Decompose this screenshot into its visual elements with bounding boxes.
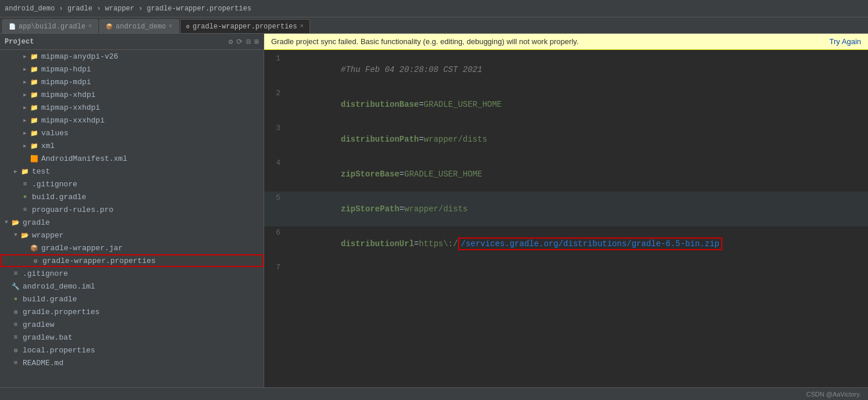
folder-icon: 📁 xyxy=(29,53,39,60)
sidebar-item-androidmanifest[interactable]: 🟧 AndroidManifest.xml xyxy=(0,152,264,165)
arrow-mipmap-xxxhdpi xyxy=(21,117,29,124)
file-icon: ≡ xyxy=(10,334,21,341)
sidebar-item-readme[interactable]: ≡ README.md xyxy=(0,356,264,369)
line-number-4: 4 xyxy=(264,157,287,169)
xml-icon: 🟧 xyxy=(29,155,39,163)
label-mipmap-mdpi: mipmap-mdpi xyxy=(41,78,91,87)
tab-app-build[interactable]: 📄 app\build.gradle × xyxy=(2,19,98,33)
comment-line1: #Thu Feb 04 20:28:08 CST 2021 xyxy=(341,65,482,74)
punct-4: = xyxy=(399,170,404,179)
label-mipmap-anydpi-v26: mipmap-anydpi-v26 xyxy=(41,52,118,61)
sidebar-item-gradle-properties[interactable]: ⚙ gradle.properties xyxy=(0,305,264,318)
sidebar-item-gradlew-bat[interactable]: ≡ gradlew.bat xyxy=(0,331,264,344)
sidebar-item-xml[interactable]: 📁 xml xyxy=(0,139,264,152)
gradle-icon: ● xyxy=(10,296,21,302)
sidebar-item-mipmap-xxxhdpi[interactable]: 📁 mipmap-xxxhdpi xyxy=(0,114,264,127)
label-values: values xyxy=(41,129,69,138)
value-3: wrapper/dists xyxy=(424,135,487,144)
label-gitignore-app: .gitignore xyxy=(32,180,77,189)
sidebar-item-build-gradle-root[interactable]: ● build.gradle xyxy=(0,293,264,305)
label-local-properties: local.properties xyxy=(23,346,95,355)
sidebar-item-local-properties[interactable]: ⚙ local.properties xyxy=(0,344,264,356)
label-android-demo-iml: android_demo.iml xyxy=(23,282,95,291)
label-mipmap-xhdpi: mipmap-xhdpi xyxy=(41,91,96,99)
folder-icon: 📁 xyxy=(29,91,39,99)
label-mipmap-xxhdpi: mipmap-xxhdpi xyxy=(41,103,100,112)
tab-android-demo[interactable]: 📦 android_demo × xyxy=(99,19,178,33)
label-build-gradle-root: build.gradle xyxy=(23,295,77,304)
folder-icon: 📁 xyxy=(29,66,39,73)
key-5: zipStorePath xyxy=(341,204,399,214)
line-content-5: zipStorePath=wrapper/dists xyxy=(287,192,868,226)
line-number-5: 5 xyxy=(264,192,287,204)
sidebar-item-mipmap-hdpi[interactable]: 📁 mipmap-hdpi xyxy=(0,63,264,75)
code-line-6: 6 distributionUrl=https\://services.grad… xyxy=(264,226,868,261)
arrow-gradle-root xyxy=(2,219,10,225)
label-gradle-wrapper-jar: gradle-wrapper.jar xyxy=(41,244,123,253)
sidebar-item-gradlew[interactable]: ≡ gradlew xyxy=(0,318,264,331)
label-mipmap-hdpi: mipmap-hdpi xyxy=(41,65,91,74)
folder-icon: 📁 xyxy=(29,117,39,124)
sidebar-item-mipmap-anydpi-v26[interactable]: 📁 mipmap-anydpi-v26 xyxy=(0,50,264,63)
tab-label-android-demo: android_demo xyxy=(116,23,165,31)
tab-close-app-build[interactable]: × xyxy=(88,23,92,30)
sidebar-item-gitignore-root[interactable]: ≡ .gitignore xyxy=(0,267,264,280)
sidebar-item-gradle-wrapper-props[interactable]: ⚙ gradle-wrapper.properties xyxy=(0,254,264,267)
editor-area: Gradle project sync failed. Basic functi… xyxy=(264,34,868,387)
folder-icon: 📁 xyxy=(20,168,30,175)
line-content-4: zipStoreBase=GRADLE_USER_HOME xyxy=(287,157,868,192)
line-number-3: 3 xyxy=(264,122,287,134)
line-content-6: distributionUrl=https\://services.gradle… xyxy=(287,226,868,261)
code-line-1: 1 #Thu Feb 04 20:28:08 CST 2021 xyxy=(264,52,868,87)
sidebar-item-mipmap-xhdpi[interactable]: 📁 mipmap-xhdpi xyxy=(0,88,264,101)
line-number-7: 7 xyxy=(264,262,287,273)
try-again-link[interactable]: Try Again xyxy=(830,37,861,46)
gear-icon[interactable]: ⚙ xyxy=(229,37,233,46)
line-number-1: 1 xyxy=(264,53,287,64)
tab-close-android-demo[interactable]: × xyxy=(169,23,172,30)
collapse-icon[interactable]: ⊟ xyxy=(246,37,251,46)
sidebar-toolbar: ⚙ ⟳ ⊟ ⊞ xyxy=(229,37,259,46)
warning-banner: Gradle project sync failed. Basic functi… xyxy=(264,34,868,50)
folder-icon: 📁 xyxy=(29,78,39,86)
arrow-wrapper xyxy=(12,232,20,238)
sidebar-item-proguard[interactable]: ≡ proguard-rules.pro xyxy=(0,203,264,216)
sidebar-item-build-gradle-app[interactable]: ● build.gradle xyxy=(0,190,264,203)
sidebar-item-mipmap-xxhdpi[interactable]: 📁 mipmap-xxhdpi xyxy=(0,101,264,114)
url-highlighted-value: /services.gradle.org/distributions/gradl… xyxy=(458,237,722,250)
tab-close-gradle-wrapper[interactable]: × xyxy=(300,23,304,30)
arrow-xml xyxy=(21,143,29,149)
file-icon: ≡ xyxy=(10,270,21,277)
folder-icon: 📁 xyxy=(29,129,39,137)
value-url-prefix: https\:/ xyxy=(419,239,458,248)
sidebar-item-mipmap-mdpi[interactable]: 📁 mipmap-mdpi xyxy=(0,75,264,88)
sidebar-item-android-demo-iml[interactable]: 🔧 android_demo.iml xyxy=(0,280,264,293)
folder-icon: 📁 xyxy=(29,142,39,150)
file-icon: ≡ xyxy=(10,321,21,328)
tabs-bar: 📄 app\build.gradle × 📦 android_demo × ⚙ … xyxy=(0,17,868,34)
code-line-4: 4 zipStoreBase=GRADLE_USER_HOME xyxy=(264,157,868,192)
sidebar-item-gradle-root[interactable]: 📂 gradle xyxy=(0,216,264,229)
code-line-3: 3 distributionPath=wrapper/dists xyxy=(264,122,868,157)
sidebar-item-test[interactable]: 📁 test xyxy=(0,165,264,178)
expand-icon[interactable]: ⊞ xyxy=(254,37,259,46)
folder-open-icon: 📂 xyxy=(10,219,21,226)
properties-icon: ⚙ xyxy=(30,257,41,265)
sync-icon[interactable]: ⟳ xyxy=(236,37,243,46)
tab-gradle-wrapper[interactable]: ⚙ gradle-wrapper.properties × xyxy=(180,19,310,33)
sidebar-item-gitignore-app[interactable]: ≡ .gitignore xyxy=(0,178,264,190)
label-gradle-root: gradle xyxy=(23,218,50,227)
sidebar-item-gradle-wrapper-jar[interactable]: 📦 gradle-wrapper.jar xyxy=(0,242,264,254)
tab-label-gradle-wrapper: gradle-wrapper.properties xyxy=(193,23,297,31)
file-icon: ≡ xyxy=(20,181,30,188)
sidebar: Project ⚙ ⟳ ⊟ ⊞ 📁 mipmap-anydpi-v26 📁 mi… xyxy=(0,34,264,387)
label-gitignore-root: .gitignore xyxy=(23,269,68,278)
sidebar-item-wrapper[interactable]: 📂 wrapper xyxy=(0,229,264,242)
watermark: CSDN @AaVictory. xyxy=(806,391,861,398)
line-content-1: #Thu Feb 04 20:28:08 CST 2021 xyxy=(287,52,868,87)
top-bar: android_demo › gradle › wrapper › gradle… xyxy=(0,0,868,17)
sidebar-item-values[interactable]: 📁 values xyxy=(0,127,264,139)
label-mipmap-xxxhdpi: mipmap-xxxhdpi xyxy=(41,116,105,125)
code-editor[interactable]: 1 #Thu Feb 04 20:28:08 CST 2021 2 distri… xyxy=(264,50,868,387)
folder-icon: 📁 xyxy=(29,104,39,111)
